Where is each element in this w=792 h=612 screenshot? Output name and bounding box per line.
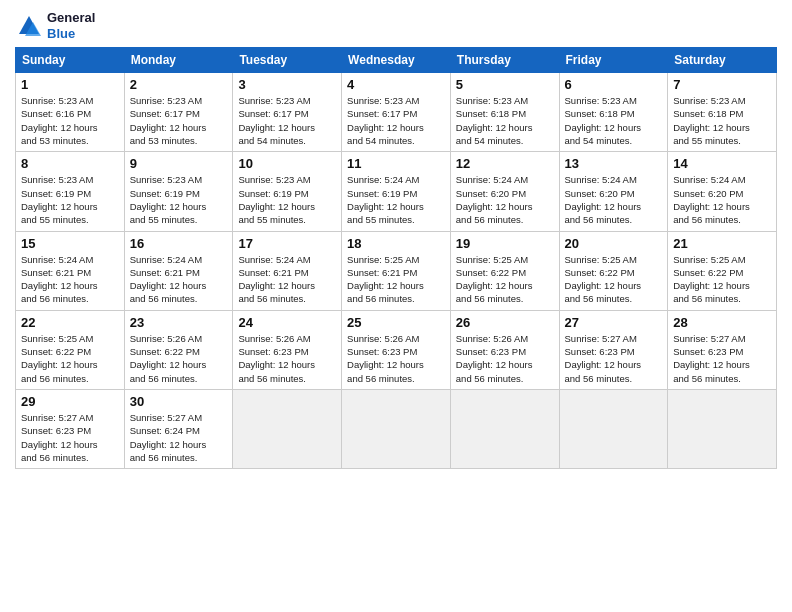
logo-icon <box>15 12 43 40</box>
day-number: 25 <box>347 315 445 330</box>
day-detail: Sunrise: 5:24 AM Sunset: 6:19 PM Dayligh… <box>347 173 445 226</box>
day-detail: Sunrise: 5:23 AM Sunset: 6:17 PM Dayligh… <box>347 94 445 147</box>
calendar-cell: 6Sunrise: 5:23 AM Sunset: 6:18 PM Daylig… <box>559 73 668 152</box>
weekday-header-thursday: Thursday <box>450 48 559 73</box>
day-number: 11 <box>347 156 445 171</box>
day-number: 19 <box>456 236 554 251</box>
calendar-cell: 22Sunrise: 5:25 AM Sunset: 6:22 PM Dayli… <box>16 310 125 389</box>
day-detail: Sunrise: 5:27 AM Sunset: 6:23 PM Dayligh… <box>565 332 663 385</box>
calendar-cell: 12Sunrise: 5:24 AM Sunset: 6:20 PM Dayli… <box>450 152 559 231</box>
day-number: 13 <box>565 156 663 171</box>
calendar-cell <box>233 389 342 468</box>
calendar-cell: 26Sunrise: 5:26 AM Sunset: 6:23 PM Dayli… <box>450 310 559 389</box>
calendar-cell: 21Sunrise: 5:25 AM Sunset: 6:22 PM Dayli… <box>668 231 777 310</box>
calendar-cell: 27Sunrise: 5:27 AM Sunset: 6:23 PM Dayli… <box>559 310 668 389</box>
day-detail: Sunrise: 5:24 AM Sunset: 6:20 PM Dayligh… <box>456 173 554 226</box>
calendar-cell: 23Sunrise: 5:26 AM Sunset: 6:22 PM Dayli… <box>124 310 233 389</box>
calendar-cell: 11Sunrise: 5:24 AM Sunset: 6:19 PM Dayli… <box>342 152 451 231</box>
page: General Blue SundayMondayTuesdayWednesda… <box>0 0 792 612</box>
calendar-cell: 20Sunrise: 5:25 AM Sunset: 6:22 PM Dayli… <box>559 231 668 310</box>
calendar-cell: 28Sunrise: 5:27 AM Sunset: 6:23 PM Dayli… <box>668 310 777 389</box>
day-number: 8 <box>21 156 119 171</box>
calendar-week-row: 8Sunrise: 5:23 AM Sunset: 6:19 PM Daylig… <box>16 152 777 231</box>
weekday-header-wednesday: Wednesday <box>342 48 451 73</box>
day-number: 12 <box>456 156 554 171</box>
calendar-week-row: 29Sunrise: 5:27 AM Sunset: 6:23 PM Dayli… <box>16 389 777 468</box>
day-detail: Sunrise: 5:24 AM Sunset: 6:20 PM Dayligh… <box>565 173 663 226</box>
calendar-cell: 10Sunrise: 5:23 AM Sunset: 6:19 PM Dayli… <box>233 152 342 231</box>
calendar-cell: 9Sunrise: 5:23 AM Sunset: 6:19 PM Daylig… <box>124 152 233 231</box>
day-detail: Sunrise: 5:25 AM Sunset: 6:22 PM Dayligh… <box>673 253 771 306</box>
calendar-cell: 15Sunrise: 5:24 AM Sunset: 6:21 PM Dayli… <box>16 231 125 310</box>
calendar-cell: 4Sunrise: 5:23 AM Sunset: 6:17 PM Daylig… <box>342 73 451 152</box>
day-number: 15 <box>21 236 119 251</box>
weekday-header-monday: Monday <box>124 48 233 73</box>
day-number: 5 <box>456 77 554 92</box>
day-number: 26 <box>456 315 554 330</box>
day-number: 7 <box>673 77 771 92</box>
day-number: 21 <box>673 236 771 251</box>
day-detail: Sunrise: 5:23 AM Sunset: 6:16 PM Dayligh… <box>21 94 119 147</box>
day-detail: Sunrise: 5:26 AM Sunset: 6:23 PM Dayligh… <box>456 332 554 385</box>
day-detail: Sunrise: 5:23 AM Sunset: 6:19 PM Dayligh… <box>238 173 336 226</box>
day-number: 9 <box>130 156 228 171</box>
day-detail: Sunrise: 5:27 AM Sunset: 6:24 PM Dayligh… <box>130 411 228 464</box>
day-detail: Sunrise: 5:25 AM Sunset: 6:22 PM Dayligh… <box>21 332 119 385</box>
day-detail: Sunrise: 5:25 AM Sunset: 6:22 PM Dayligh… <box>565 253 663 306</box>
calendar-cell <box>668 389 777 468</box>
weekday-header-row: SundayMondayTuesdayWednesdayThursdayFrid… <box>16 48 777 73</box>
calendar-cell: 3Sunrise: 5:23 AM Sunset: 6:17 PM Daylig… <box>233 73 342 152</box>
logo-blue: Blue <box>47 26 75 41</box>
day-detail: Sunrise: 5:27 AM Sunset: 6:23 PM Dayligh… <box>673 332 771 385</box>
day-detail: Sunrise: 5:23 AM Sunset: 6:19 PM Dayligh… <box>21 173 119 226</box>
day-detail: Sunrise: 5:24 AM Sunset: 6:21 PM Dayligh… <box>130 253 228 306</box>
logo: General Blue <box>15 10 95 41</box>
weekday-header-sunday: Sunday <box>16 48 125 73</box>
day-number: 30 <box>130 394 228 409</box>
day-detail: Sunrise: 5:26 AM Sunset: 6:23 PM Dayligh… <box>347 332 445 385</box>
weekday-header-tuesday: Tuesday <box>233 48 342 73</box>
day-detail: Sunrise: 5:24 AM Sunset: 6:21 PM Dayligh… <box>238 253 336 306</box>
day-detail: Sunrise: 5:23 AM Sunset: 6:18 PM Dayligh… <box>565 94 663 147</box>
calendar-week-row: 1Sunrise: 5:23 AM Sunset: 6:16 PM Daylig… <box>16 73 777 152</box>
calendar-cell: 13Sunrise: 5:24 AM Sunset: 6:20 PM Dayli… <box>559 152 668 231</box>
calendar-cell: 7Sunrise: 5:23 AM Sunset: 6:18 PM Daylig… <box>668 73 777 152</box>
calendar-cell: 8Sunrise: 5:23 AM Sunset: 6:19 PM Daylig… <box>16 152 125 231</box>
calendar-cell <box>559 389 668 468</box>
calendar-cell: 2Sunrise: 5:23 AM Sunset: 6:17 PM Daylig… <box>124 73 233 152</box>
day-number: 17 <box>238 236 336 251</box>
calendar-cell: 16Sunrise: 5:24 AM Sunset: 6:21 PM Dayli… <box>124 231 233 310</box>
day-detail: Sunrise: 5:25 AM Sunset: 6:22 PM Dayligh… <box>456 253 554 306</box>
day-detail: Sunrise: 5:26 AM Sunset: 6:23 PM Dayligh… <box>238 332 336 385</box>
calendar-cell: 30Sunrise: 5:27 AM Sunset: 6:24 PM Dayli… <box>124 389 233 468</box>
calendar-cell: 5Sunrise: 5:23 AM Sunset: 6:18 PM Daylig… <box>450 73 559 152</box>
calendar-cell: 1Sunrise: 5:23 AM Sunset: 6:16 PM Daylig… <box>16 73 125 152</box>
day-detail: Sunrise: 5:23 AM Sunset: 6:18 PM Dayligh… <box>456 94 554 147</box>
logo-text: General Blue <box>47 10 95 41</box>
day-detail: Sunrise: 5:26 AM Sunset: 6:22 PM Dayligh… <box>130 332 228 385</box>
calendar-cell: 19Sunrise: 5:25 AM Sunset: 6:22 PM Dayli… <box>450 231 559 310</box>
day-detail: Sunrise: 5:24 AM Sunset: 6:21 PM Dayligh… <box>21 253 119 306</box>
day-number: 28 <box>673 315 771 330</box>
day-detail: Sunrise: 5:24 AM Sunset: 6:20 PM Dayligh… <box>673 173 771 226</box>
day-detail: Sunrise: 5:23 AM Sunset: 6:19 PM Dayligh… <box>130 173 228 226</box>
logo-general: General <box>47 10 95 25</box>
header: General Blue <box>15 10 777 41</box>
calendar-cell <box>342 389 451 468</box>
calendar-cell: 25Sunrise: 5:26 AM Sunset: 6:23 PM Dayli… <box>342 310 451 389</box>
day-number: 18 <box>347 236 445 251</box>
calendar-table: SundayMondayTuesdayWednesdayThursdayFrid… <box>15 47 777 469</box>
day-number: 24 <box>238 315 336 330</box>
day-detail: Sunrise: 5:27 AM Sunset: 6:23 PM Dayligh… <box>21 411 119 464</box>
calendar-cell: 29Sunrise: 5:27 AM Sunset: 6:23 PM Dayli… <box>16 389 125 468</box>
day-number: 14 <box>673 156 771 171</box>
weekday-header-friday: Friday <box>559 48 668 73</box>
calendar-cell: 14Sunrise: 5:24 AM Sunset: 6:20 PM Dayli… <box>668 152 777 231</box>
day-number: 16 <box>130 236 228 251</box>
day-number: 22 <box>21 315 119 330</box>
day-number: 6 <box>565 77 663 92</box>
day-number: 23 <box>130 315 228 330</box>
day-number: 3 <box>238 77 336 92</box>
weekday-header-saturday: Saturday <box>668 48 777 73</box>
calendar-week-row: 22Sunrise: 5:25 AM Sunset: 6:22 PM Dayli… <box>16 310 777 389</box>
